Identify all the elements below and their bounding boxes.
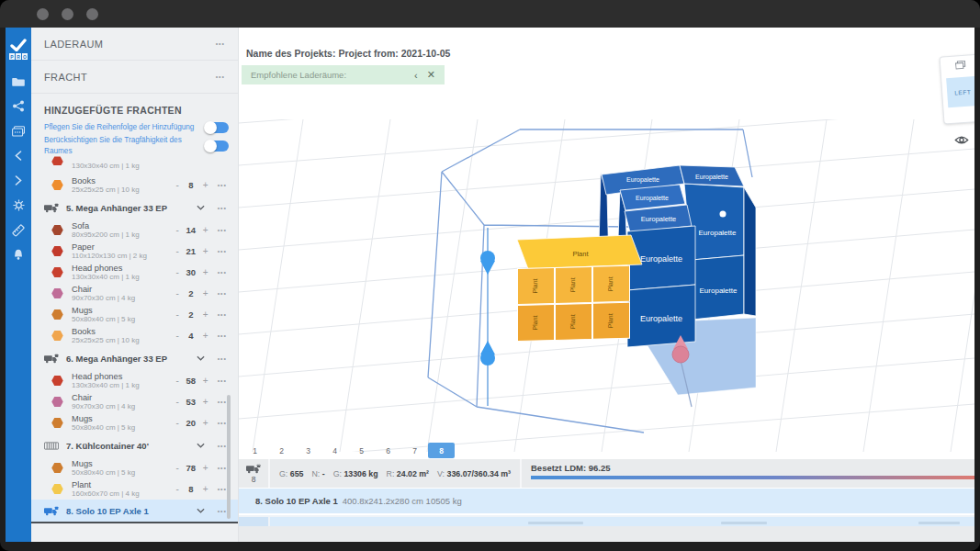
share-icon[interactable] — [6, 94, 31, 118]
window-control-dot[interactable] — [37, 8, 49, 20]
decrease-qty-button[interactable]: - — [175, 247, 178, 256]
increase-qty-button[interactable]: + — [203, 464, 208, 473]
vehicle-tab-5[interactable]: 5 — [348, 443, 375, 458]
chevron-down-icon[interactable] — [197, 508, 205, 513]
increase-qty-button[interactable]: + — [203, 398, 208, 407]
cargo-name: Head phones — [72, 372, 175, 381]
more-options-icon[interactable] — [218, 486, 227, 492]
more-options-icon[interactable] — [218, 355, 227, 362]
more-options-icon[interactable] — [216, 73, 225, 80]
folder-icon[interactable] — [6, 69, 31, 94]
more-options-icon[interactable] — [218, 182, 227, 188]
window-control-dot[interactable] — [62, 8, 73, 20]
cargo-item[interactable]: Mugs 50x80x40 cm | 5 kg - 78 + — [31, 457, 238, 478]
increase-qty-button[interactable]: + — [203, 247, 208, 256]
decrease-qty-button[interactable]: - — [175, 226, 178, 235]
section-fracht[interactable]: FRACHT — [31, 61, 238, 94]
svg-text:Europalette: Europalette — [626, 176, 659, 184]
cargo-item[interactable]: Paper 110x120x130 cm | 2 kg - 21 + — [31, 241, 238, 262]
more-options-icon[interactable] — [218, 311, 227, 318]
more-options-icon[interactable] — [216, 40, 225, 47]
decrease-qty-button[interactable]: - — [175, 485, 178, 494]
window-control-dot[interactable] — [86, 8, 98, 20]
more-options-icon[interactable] — [218, 227, 227, 233]
more-options-icon[interactable] — [218, 420, 227, 426]
drag-handle-dot[interactable] — [720, 211, 727, 218]
cargo-item[interactable]: Mugs 50x80x40 cm | 5 kg - 2 + — [31, 304, 238, 325]
more-options-icon[interactable] — [218, 465, 227, 471]
decrease-qty-button[interactable]: - — [175, 332, 178, 341]
view-cube-left-face[interactable]: LEFT — [946, 76, 974, 107]
cargo-group-header[interactable]: 8. Solo 10 EP Axle 1 — [31, 500, 238, 523]
increase-qty-button[interactable]: + — [203, 332, 208, 341]
close-banner-icon[interactable]: ✕ — [427, 69, 435, 81]
blue-pin-handle[interactable] — [480, 341, 495, 365]
cargo-item[interactable]: Books 25x25x25 cm | 10 kg - 8 + — [31, 174, 238, 196]
section-laderaum[interactable]: LADERAUM — [31, 28, 238, 61]
cargo-item[interactable]: Sofa 80x95x200 cm | 1 kg - 14 + — [31, 219, 238, 241]
decrease-qty-button[interactable]: - — [175, 310, 178, 320]
cargo-group-header[interactable]: 5. Mega Anhänger 33 EP — [31, 196, 238, 219]
vehicle-tab-4[interactable]: 4 — [321, 443, 348, 458]
collapse-banner-icon[interactable]: ‹ — [414, 70, 418, 81]
cargo-item[interactable]: Plant 160x60x70 cm | 4 kg - 8 + — [31, 478, 238, 500]
decrease-qty-button[interactable]: - — [175, 181, 178, 190]
increase-qty-button[interactable]: + — [203, 377, 208, 386]
cargo-item[interactable]: Books 25x25x25 cm | 10 kg - 4 + — [31, 325, 238, 346]
more-options-icon[interactable] — [218, 290, 227, 297]
increase-qty-button[interactable]: + — [203, 181, 208, 190]
vehicle-tab-1[interactable]: 1 — [242, 443, 268, 458]
vehicle-tab-3[interactable]: 3 — [295, 443, 321, 458]
vehicle-cell[interactable]: 8 — [239, 459, 270, 488]
cargo-group-header[interactable]: 6. Mega Anhänger 33 EP — [31, 346, 238, 370]
increase-qty-button[interactable]: + — [203, 289, 208, 298]
vehicle-tab-8[interactable]: 8 — [428, 443, 455, 458]
more-options-icon[interactable] — [218, 399, 227, 405]
svg-text:Europalette: Europalette — [699, 229, 737, 237]
vehicle-tab-7[interactable]: 7 — [401, 443, 428, 458]
cargo-item[interactable]: Chair 90x70x30 cm | 4 kg - 2 + — [31, 283, 238, 304]
increase-qty-button[interactable]: + — [203, 226, 208, 235]
more-options-icon[interactable] — [218, 377, 227, 384]
capacity-toggle[interactable] — [206, 141, 229, 152]
bell-icon[interactable] — [6, 242, 31, 267]
cargo-item[interactable]: Head phones 130x30x40 cm | 1 kg - 30 + — [31, 262, 238, 283]
cargo-item[interactable]: Mugs 50x80x40 cm | 5 kg - 20 + — [31, 412, 238, 433]
more-options-icon[interactable] — [218, 443, 227, 449]
presentation-icon[interactable] — [6, 118, 31, 143]
decrease-qty-button[interactable]: - — [175, 419, 178, 428]
cargo-item[interactable]: Head phones 130x30x40 cm | 1 kg - 58 + — [31, 370, 238, 391]
chevron-down-icon[interactable] — [197, 443, 205, 448]
view-cube-widget[interactable]: LEFT — [939, 53, 974, 124]
more-options-icon[interactable] — [218, 205, 227, 211]
cargo-group-header[interactable]: 7. Kühlcontainer 40' — [31, 433, 238, 457]
more-options-icon[interactable] — [218, 508, 227, 514]
cargo-item[interactable]: Chair 90x70x30 cm | 4 kg - 53 + — [31, 391, 238, 412]
plant-boxes[interactable]: Plant Plant Plant Plant Plant Plant Plan… — [517, 235, 642, 341]
vehicle-tab-2[interactable]: 2 — [268, 443, 295, 458]
increase-qty-button[interactable]: + — [203, 268, 208, 277]
more-options-icon[interactable] — [218, 248, 227, 254]
increase-qty-button[interactable]: + — [203, 485, 208, 494]
ruler-icon[interactable] — [6, 218, 31, 242]
chevron-down-icon[interactable] — [197, 205, 205, 210]
more-options-icon[interactable] — [218, 332, 227, 339]
increase-qty-button[interactable]: + — [203, 419, 208, 428]
cargo-item-clipped[interactable]: 130x30x40 cm | 1 kg — [31, 162, 238, 174]
decrease-qty-button[interactable]: - — [175, 377, 178, 386]
chevron-left-icon[interactable] — [6, 143, 31, 168]
decrease-qty-button[interactable]: - — [175, 268, 178, 277]
visibility-eye-icon[interactable] — [954, 132, 969, 149]
decrease-qty-button[interactable]: - — [175, 464, 178, 473]
more-options-icon[interactable] — [218, 269, 227, 276]
panel-scrollbar[interactable] — [227, 395, 231, 519]
chevron-down-icon[interactable] — [197, 355, 205, 361]
settings-icon[interactable] — [6, 193, 31, 218]
decrease-qty-button[interactable]: - — [175, 289, 178, 298]
vehicle-tab-6[interactable]: 6 — [375, 443, 401, 458]
selected-vehicle-row[interactable]: 8. Solo 10 EP Axle 1 400.8x241.2x280 cm … — [239, 489, 974, 513]
decrease-qty-button[interactable]: - — [175, 398, 178, 407]
increase-qty-button[interactable]: + — [203, 310, 208, 320]
order-toggle[interactable] — [206, 122, 229, 133]
chevron-right-icon[interactable] — [6, 168, 31, 193]
